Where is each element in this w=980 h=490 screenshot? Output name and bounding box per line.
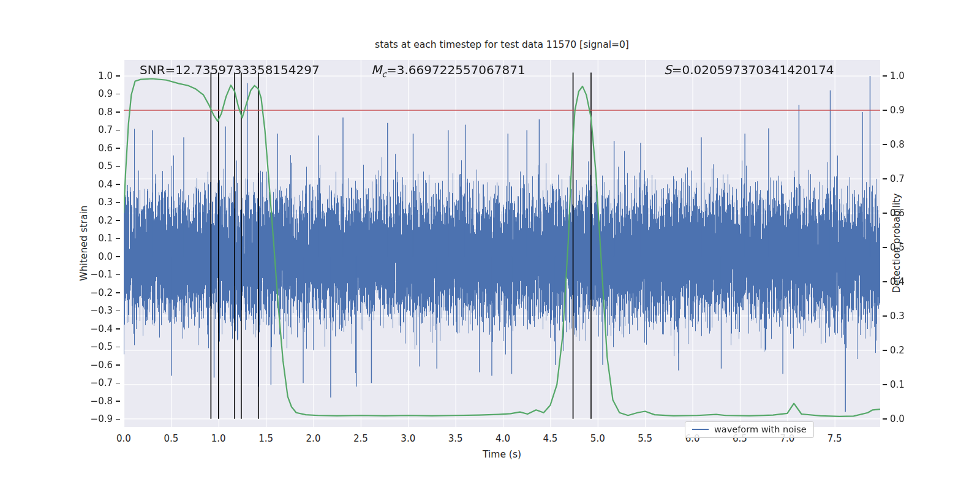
x-tick-label: 5.0 — [582, 432, 613, 445]
mc-subscript: c — [382, 69, 386, 79]
x-tick-label: 0.5 — [156, 432, 186, 445]
y-tick-mark-right — [883, 384, 887, 385]
y-tick-label-left: 0.1 — [78, 232, 113, 244]
s-symbol: S — [664, 62, 672, 77]
mc-symbol: M — [371, 62, 382, 77]
y-tick-label-left: −0.8 — [78, 395, 113, 407]
y-tick-label-left: 1.0 — [78, 70, 113, 82]
y-tick-mark-left — [116, 256, 120, 257]
x-tick-label: 4.5 — [535, 432, 565, 445]
y-tick-mark-right — [883, 110, 887, 110]
y-tick-mark-right — [883, 350, 887, 350]
y-tick-label-left: −0.6 — [78, 359, 113, 371]
y-tick-mark-left — [116, 364, 120, 365]
plot-canvas — [124, 60, 880, 427]
y-tick-label-left: 0.0 — [78, 251, 113, 263]
y-tick-mark-left — [116, 75, 120, 76]
y-tick-label-right: 0.3 — [890, 310, 924, 322]
y-tick-mark-left — [116, 94, 120, 94]
y-tick-label-left: 0.2 — [78, 214, 113, 227]
y-tick-label-right: 0.0 — [890, 413, 924, 425]
annotation-snr: SNR=12.7359733358154297 — [140, 62, 320, 77]
y-tick-label-left: −0.7 — [78, 377, 113, 389]
x-tick-label: 4.0 — [488, 432, 518, 445]
annotation-chirp-mass: Mc=3.669722557067871 — [371, 62, 526, 79]
y-tick-label-right: 1.0 — [890, 70, 924, 82]
x-tick-label: 2.0 — [298, 432, 329, 445]
figure: stats at each timestep for test data 115… — [0, 0, 980, 490]
y-tick-mark-left — [116, 311, 120, 311]
y-tick-mark-right — [883, 144, 887, 145]
y-tick-label-left: −0.9 — [78, 413, 113, 425]
x-tick-label: 7.5 — [820, 432, 850, 445]
y-tick-mark-right — [883, 213, 887, 213]
y-tick-mark-left — [116, 383, 120, 383]
y-tick-mark-left — [116, 401, 120, 401]
y-tick-label-left: 0.6 — [78, 142, 113, 154]
y-tick-mark-right — [883, 281, 887, 282]
y-tick-mark-left — [116, 184, 120, 184]
y-tick-mark-right — [883, 75, 887, 76]
y-tick-label-right: 0.2 — [890, 344, 924, 356]
y-tick-mark-right — [883, 247, 887, 247]
y-tick-label-left: 0.3 — [78, 196, 113, 208]
y-tick-label-left: 0.8 — [78, 106, 113, 118]
x-axis-label: Time (s) — [124, 449, 880, 460]
mc-value: =3.669722557067871 — [386, 62, 526, 77]
chart-title: stats at each timestep for test data 115… — [124, 39, 880, 50]
y-tick-label-left: 0.5 — [78, 160, 113, 172]
legend-label: waveform with noise — [714, 424, 807, 434]
x-tick-label: 1.5 — [251, 432, 281, 445]
y-tick-mark-left — [116, 274, 120, 275]
y-tick-label-left: 0.4 — [78, 178, 113, 190]
x-tick-label: 2.5 — [345, 432, 376, 445]
y-tick-mark-left — [116, 130, 120, 130]
s-value: =0.020597370341420174 — [672, 62, 834, 77]
legend: waveform with noise — [685, 421, 814, 438]
y-tick-label-right: 0.7 — [890, 173, 924, 185]
y-tick-mark-left — [116, 419, 120, 420]
annotation-s-stat: S=0.020597370341420174 — [664, 62, 834, 77]
y-tick-mark-right — [883, 418, 887, 419]
y-tick-mark-left — [116, 202, 120, 203]
y-tick-label-left: −0.5 — [78, 341, 113, 353]
y-tick-mark-left — [116, 111, 120, 112]
x-tick-label: 3.5 — [440, 432, 471, 445]
y-tick-label-left: −0.2 — [78, 287, 113, 299]
y-tick-mark-left — [116, 166, 120, 167]
y-tick-mark-left — [116, 328, 120, 329]
y-tick-label-right: 0.1 — [890, 379, 924, 391]
x-tick-label: 1.0 — [203, 432, 234, 445]
legend-line-sample — [692, 429, 709, 430]
y-tick-label-left: −0.3 — [78, 304, 113, 317]
y-tick-label-left: −0.1 — [78, 268, 113, 281]
x-tick-label: 3.0 — [393, 432, 423, 445]
x-tick-label: 5.5 — [630, 432, 660, 445]
y-tick-label-right: 0.8 — [890, 138, 924, 151]
y-tick-label-right: 0.6 — [890, 207, 924, 219]
y-tick-label-right: 0.9 — [890, 104, 924, 116]
y-tick-label-right: 0.4 — [890, 276, 924, 288]
y-tick-mark-left — [116, 238, 120, 239]
y-tick-label-left: −0.4 — [78, 323, 113, 335]
y-tick-mark-right — [883, 315, 887, 316]
y-tick-label-right: 0.5 — [890, 241, 924, 254]
y-tick-mark-left — [116, 347, 120, 347]
y-tick-mark-left — [116, 148, 120, 148]
x-tick-label: 0.0 — [108, 432, 139, 445]
y-tick-label-left: 0.7 — [78, 124, 113, 136]
y-tick-mark-left — [116, 292, 120, 293]
y-tick-mark-left — [116, 220, 120, 221]
y-tick-label-left: 0.9 — [78, 88, 113, 100]
y-tick-mark-right — [883, 178, 887, 179]
plot-area — [124, 60, 880, 427]
